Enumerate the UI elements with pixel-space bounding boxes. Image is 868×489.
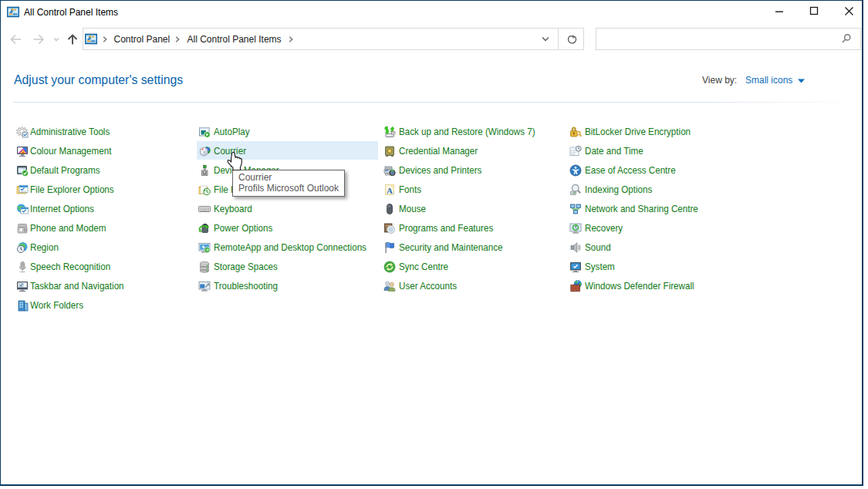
svg-text:A: A [387,185,393,194]
